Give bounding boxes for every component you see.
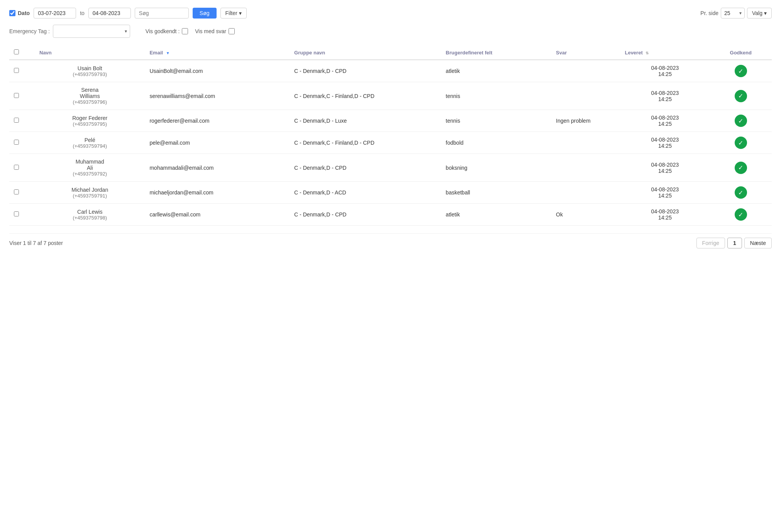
- row-checkbox-1[interactable]: [14, 93, 19, 98]
- row-godkend-cell: ✓: [710, 204, 772, 226]
- row-email-cell: rogerfederer@email.com: [145, 110, 290, 132]
- filter-button[interactable]: Filter ▾: [220, 8, 247, 19]
- godkend-check-icon: ✓: [735, 65, 747, 77]
- row-brug-cell: boksning: [441, 154, 551, 182]
- valg-button[interactable]: Valg ▾: [747, 8, 772, 19]
- row-naam: Pelé: [39, 137, 140, 143]
- row-checkbox-0[interactable]: [14, 68, 19, 73]
- godkend-check-icon: ✓: [735, 115, 747, 127]
- row-brug-cell: atletik: [441, 204, 551, 226]
- row-godkend-cell: ✓: [710, 182, 772, 204]
- vis-godkendt-checkbox[interactable]: [182, 28, 188, 34]
- row-checkbox-6[interactable]: [14, 211, 19, 216]
- row-naam-cell: Pelé (+4593759794): [35, 132, 145, 154]
- table-header-row: Navn Email ▼ Gruppe navn Brugerdefineret…: [9, 46, 772, 60]
- table-row: Roger Federer (+4593759795) rogerfederer…: [9, 110, 772, 132]
- row-brug-cell: fodbold: [441, 132, 551, 154]
- row-checkbox-5[interactable]: [14, 189, 19, 194]
- row-checkbox-cell: [9, 82, 35, 110]
- page-1-button[interactable]: 1: [727, 238, 742, 248]
- row-naam-cell: Michael Jordan (+4593759791): [35, 182, 145, 204]
- vis-godkendt-label: Vis godkendt :: [146, 28, 180, 34]
- row-brug-cell: tennis: [441, 110, 551, 132]
- emergency-tag-area: Emergency Tag :: [9, 25, 130, 38]
- row-gruppe-cell: C - Denmark,D - CPD: [290, 154, 441, 182]
- date-to-input[interactable]: [88, 8, 131, 19]
- row-godkend-cell: ✓: [710, 82, 772, 110]
- row-email-cell: michaeljordan@email.com: [145, 182, 290, 204]
- row-naam-cell: SerenaWilliams (+4593759796): [35, 82, 145, 110]
- table-row: Carl Lewis (+4593759798) carllewis@email…: [9, 204, 772, 226]
- row-email-cell: serenawilliams@email.com: [145, 82, 290, 110]
- row-leveret-cell: 04-08-202314:25: [620, 60, 710, 82]
- dato-checkbox[interactable]: [9, 10, 15, 16]
- vis-med-svar-checkbox[interactable]: [229, 28, 235, 34]
- row-godkend-cell: ✓: [710, 110, 772, 132]
- col-header-leveret[interactable]: Leveret ⇅: [620, 46, 710, 60]
- emergency-tag-select[interactable]: [53, 25, 130, 38]
- row-naam: Roger Federer: [39, 115, 140, 121]
- row-checkbox-cell: [9, 60, 35, 82]
- col-header-gruppe: Gruppe navn: [290, 46, 441, 60]
- row-email-cell: mohammadali@email.com: [145, 154, 290, 182]
- filter-label: Filter: [225, 10, 237, 16]
- pr-side-select[interactable]: 25 50 100: [721, 8, 745, 19]
- row-godkend-cell: ✓: [710, 60, 772, 82]
- row-gruppe-cell: C - Denmark,C - Finland,D - CPD: [290, 132, 441, 154]
- row-checkbox-3[interactable]: [14, 140, 19, 145]
- table-container: Navn Email ▼ Gruppe navn Brugerdefineret…: [9, 46, 772, 226]
- date-from-input[interactable]: [34, 8, 76, 19]
- table-row: Michael Jordan (+4593759791) michaeljord…: [9, 182, 772, 204]
- main-table: Navn Email ▼ Gruppe navn Brugerdefineret…: [9, 46, 772, 226]
- valg-label: Valg: [752, 10, 762, 16]
- row-leveret-cell: 04-08-202314:25: [620, 110, 710, 132]
- row-naam-cell: Roger Federer (+4593759795): [35, 110, 145, 132]
- row-naam-cell: Usain Bolt (+4593759793): [35, 60, 145, 82]
- row-godkend-cell: ✓: [710, 154, 772, 182]
- row-gruppe-cell: C - Denmark,D - CPD: [290, 204, 441, 226]
- row-svar-cell: Ok: [551, 204, 620, 226]
- row-naam-cell: Carl Lewis (+4593759798): [35, 204, 145, 226]
- row-email-cell: carllewis@email.com: [145, 204, 290, 226]
- vis-area: Vis godkendt : Vis med svar: [146, 28, 235, 34]
- row-phone: (+4593759795): [39, 121, 140, 127]
- row-phone: (+4593759792): [39, 171, 140, 177]
- col-header-godkend: Godkend: [710, 46, 772, 60]
- col-header-svar: Svar: [551, 46, 620, 60]
- table-row: SerenaWilliams (+4593759796) serenawilli…: [9, 82, 772, 110]
- search-button[interactable]: Søg: [193, 8, 217, 19]
- godkend-check-icon: ✓: [735, 90, 747, 102]
- vis-med-svar-label: Vis med svar: [195, 28, 226, 34]
- row-checkbox-cell: [9, 154, 35, 182]
- toolbar: Dato to Søg Filter ▾ Pr. side 25 50 100 …: [9, 8, 772, 19]
- filter-arrow-icon: ▾: [239, 10, 242, 16]
- row-brug-cell: tennis: [441, 82, 551, 110]
- table-row: Pelé (+4593759794) pele@email.com C - De…: [9, 132, 772, 154]
- row-checkbox-4[interactable]: [14, 165, 19, 170]
- naeste-button[interactable]: Næste: [744, 238, 772, 248]
- row-svar-cell: [551, 182, 620, 204]
- row-gruppe-cell: C - Denmark,D - CPD: [290, 60, 441, 82]
- col-header-checkbox: [9, 46, 35, 60]
- row-checkbox-cell: [9, 132, 35, 154]
- row-naam: Michael Jordan: [39, 187, 140, 193]
- row-phone: (+4593759793): [39, 71, 140, 77]
- row-leveret-cell: 04-08-202314:25: [620, 132, 710, 154]
- row-leveret-cell: 04-08-202314:25: [620, 154, 710, 182]
- vis-godkendt-item: Vis godkendt :: [146, 28, 188, 34]
- table-row: Usain Bolt (+4593759793) UsainBolt@email…: [9, 60, 772, 82]
- row-leveret-cell: 04-08-202314:25: [620, 182, 710, 204]
- select-all-checkbox[interactable]: [14, 49, 19, 54]
- row-checkbox-2[interactable]: [14, 118, 19, 123]
- row-phone: (+4593759798): [39, 215, 140, 221]
- search-input[interactable]: [135, 8, 189, 19]
- vis-med-svar-item: Vis med svar: [195, 28, 235, 34]
- row-naam: Carl Lewis: [39, 209, 140, 215]
- valg-arrow-icon: ▾: [764, 10, 767, 16]
- emergency-tag-label: Emergency Tag :: [9, 28, 50, 34]
- pagination-controls: Forrige 1 Næste: [696, 238, 772, 248]
- row-gruppe-cell: C - Denmark,D - Luxe: [290, 110, 441, 132]
- forrige-button[interactable]: Forrige: [696, 238, 725, 248]
- col-header-email[interactable]: Email ▼: [145, 46, 290, 60]
- row-naam: SerenaWilliams: [39, 87, 140, 99]
